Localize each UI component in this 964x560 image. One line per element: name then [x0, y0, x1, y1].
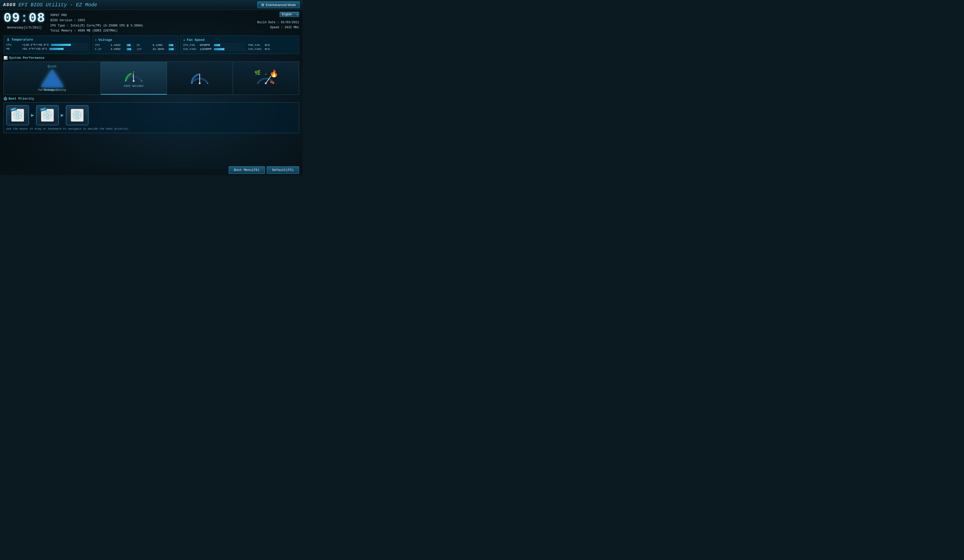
cpu-fan-value: 655RPM [200, 44, 212, 47]
cpu-voltage-label: CPU [95, 44, 109, 47]
optimal-gauge-icon [122, 68, 145, 83]
pwr-fan-row: PWR_FAN N/A [248, 44, 296, 47]
system-info: P8P67 PRO BIOS Version : 1053 CPU Type :… [50, 12, 239, 34]
optimal-sublabel: ASUS Optimal [124, 85, 144, 88]
disk-icon-1: 💿 [13, 110, 23, 120]
clock-hours: 09 [3, 11, 20, 26]
cpu-temp-bar-container [51, 44, 87, 46]
cpu-temp-label: CPU [6, 43, 20, 46]
cpu-voltage-row: CPU 1.432V [95, 44, 134, 47]
performance-options: Quiet Performance Energy Saving [3, 62, 299, 95]
3v3-row: 3.3V 3.456V [95, 48, 134, 50]
drive-1-icon: UEFI 💿 [11, 109, 24, 122]
mb-temp-row: MB +91.4°F/+33.0°C [6, 47, 87, 50]
clock-minutes: 08 [29, 11, 46, 26]
svg-line-0 [133, 73, 134, 81]
cpu-voltage-bar [127, 44, 131, 46]
build-date-info: Build Date : 01/03/2011 [244, 20, 299, 25]
language-wrapper[interactable]: English Deutsch Français 日本語 [280, 12, 299, 18]
svg-point-11 [265, 82, 267, 84]
cha-fan1-bar-container [214, 48, 244, 50]
3v3-label: 3.3V [95, 48, 109, 50]
language-select[interactable]: English Deutsch Français 日本語 [280, 12, 299, 17]
svg-point-4 [133, 72, 134, 72]
arrow-1: ▶ [31, 112, 34, 118]
clock-colon: : [20, 11, 28, 26]
12v-bar-container [168, 48, 176, 50]
mb-temp-label: MB [6, 47, 20, 50]
boot-drive-2[interactable]: UEFI 💿 [36, 105, 59, 125]
fan-grid: CPU_FAN 655RPM PWR_FAN N/A CHA_FAN1 1283… [183, 44, 296, 50]
triangle-container: Quiet Performance Energy Saving [37, 68, 67, 88]
cpu-fan-row: CPU_FAN 655RPM [183, 44, 244, 47]
speed-info: Speed : 3432 MHz [244, 25, 299, 30]
perf-option-optimal[interactable]: ASUS Optimal [101, 62, 167, 94]
voltage-panel: Voltage CPU 1.432V 5V 5.120V [92, 36, 179, 54]
performance-title: System Performance [3, 56, 299, 60]
cha-fan1-row: CHA_FAN1 1283RPM [183, 48, 244, 50]
info-row: 09:08 Wednesday[1/5/2011] P8P67 PRO BIOS… [3, 12, 299, 34]
energy-label: Energy Saving [44, 88, 66, 91]
bottom-bar: Boot Menu(F8) Default(F5) [0, 165, 303, 175]
perf-option-standard[interactable] [167, 62, 233, 94]
performance-triangle [41, 69, 64, 87]
leaf-icon: 🌿 [254, 71, 261, 76]
perf-option-quiet[interactable]: Quiet Performance Energy Saving [4, 62, 101, 94]
drive-2-icon: UEFI 💿 [41, 109, 54, 122]
cha-fan2-label: CHA_FAN2 [248, 48, 263, 50]
svg-point-13 [274, 83, 274, 84]
12v-row: 12V 12.384V [137, 48, 176, 50]
cpu-voltage-value: 1.432V [111, 44, 125, 47]
5v-value: 5.120V [153, 44, 166, 47]
svg-point-6 [199, 82, 201, 84]
boot-hint: Use the mouse to drag or keyboard to nav… [6, 127, 296, 130]
12v-bar [169, 48, 174, 50]
flame-icon: 🔥 [270, 71, 278, 78]
cpu-voltage-bar-container [127, 44, 134, 46]
svg-point-8 [207, 83, 208, 84]
app-title: EFI BIOS Utility - EZ Mode [18, 2, 257, 8]
clock-date: Wednesday[1/5/2011] [3, 26, 46, 29]
fan-speed-title: Fan Speed [183, 38, 296, 42]
drive-3-icon: 💿 [71, 109, 83, 122]
boot-drive-1[interactable]: UEFI 💿 [6, 105, 29, 125]
12v-value: 12.384V [153, 48, 166, 50]
svg-point-14 [265, 73, 267, 75]
clock-section: 09:08 Wednesday[1/5/2011] [3, 12, 46, 29]
3v3-bar-container [127, 48, 134, 50]
svg-point-12 [257, 83, 259, 84]
boot-menu-button[interactable]: Boot Menu(F8) [229, 166, 265, 174]
boot-drive-3[interactable]: 💿 [66, 105, 88, 125]
mb-temp-bar-container [49, 48, 87, 50]
cha-fan2-row: CHA_FAN2 N/A [248, 48, 296, 50]
panels-row: Temperature CPU +118.4°F/+48.0°C MB +91.… [3, 36, 299, 54]
12v-label: 12V [137, 48, 151, 50]
boot-container: UEFI 💿 ▶ UEFI 💿 ▶ 💿 [3, 103, 299, 133]
model-info: P8P67 PRO [50, 13, 239, 18]
5v-bar [169, 44, 173, 46]
5v-bar-container [168, 44, 176, 46]
svg-point-9 [199, 73, 200, 75]
cpu-temp-row: CPU +118.4°F/+48.0°C [6, 43, 87, 46]
exit-advanced-mode-button[interactable]: Exit/Advanced Mode [257, 2, 300, 8]
pwr-fan-value: N/A [265, 44, 277, 47]
cpu-temp-bar [51, 44, 71, 46]
right-info: English Deutsch Français 日本語 Build Date … [244, 12, 299, 30]
3v3-value: 3.456V [111, 48, 125, 50]
boot-title: Boot Priority [3, 97, 299, 101]
mb-temp-value: +91.4°F/+33.0°C [22, 47, 47, 50]
svg-point-2 [125, 80, 126, 81]
svg-point-3 [141, 80, 142, 81]
cpu-temp-value: +118.4°F/+48.0°C [22, 43, 49, 46]
cha-fan1-bar [214, 48, 225, 50]
top-bar: ASUS EFI BIOS Utility - EZ Mode Exit/Adv… [0, 0, 303, 10]
default-button[interactable]: Default(F5) [267, 166, 299, 174]
asus-logo: ASUS [3, 2, 16, 7]
boot-section: Boot Priority UEFI 💿 ▶ UEFI 💿 [3, 97, 299, 133]
perf-option-extreme[interactable]: 🔥 🌿 [233, 62, 299, 94]
boot-drives: UEFI 💿 ▶ UEFI 💿 ▶ 💿 [6, 105, 296, 125]
5v-label: 5V [137, 44, 151, 47]
standard-gauge-icon [188, 71, 211, 86]
pwr-fan-label: PWR_FAN [248, 44, 263, 47]
performance-section: System Performance Quiet Performance Ene… [3, 56, 299, 95]
